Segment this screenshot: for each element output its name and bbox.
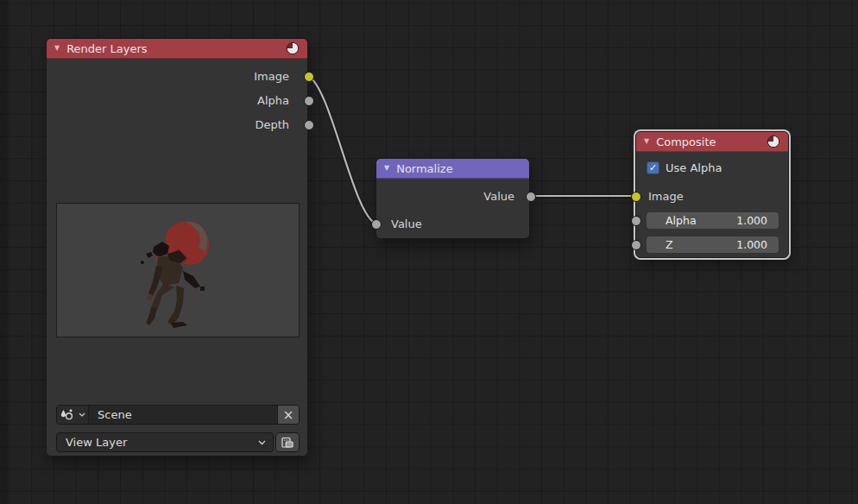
- chevron-down-icon: [79, 413, 85, 417]
- view-layer-value: View Layer: [66, 436, 127, 449]
- render-layer-button[interactable]: [275, 432, 300, 452]
- output-label-image: Image: [254, 65, 289, 89]
- collapse-triangle-icon[interactable]: ▼: [384, 165, 389, 172]
- use-alpha-checkbox[interactable]: ✓: [647, 161, 659, 174]
- render-layer-icon: [281, 436, 294, 450]
- composite-node[interactable]: ▼ Composite ✓ Use Alpha Image Alpha 1.00…: [635, 131, 789, 258]
- collapse-triangle-icon[interactable]: ▼: [644, 138, 649, 145]
- material-sphere-icon: [286, 41, 300, 55]
- wire-image-to-normalize: [308, 76, 375, 224]
- render-preview-image: [56, 203, 300, 337]
- socket-output-depth[interactable]: [304, 120, 314, 130]
- normalize-node[interactable]: ▼ Normalize Value Value: [375, 158, 530, 239]
- view-layer-row: View Layer: [56, 432, 300, 452]
- node-editor-canvas[interactable]: ▼ Render Layers Image Alpha Depth: [0, 0, 858, 504]
- close-icon: ×: [283, 407, 294, 423]
- use-alpha-row: ✓ Use Alpha: [647, 159, 722, 176]
- field-value: 1.000: [736, 238, 767, 251]
- socket-output-alpha[interactable]: [304, 96, 314, 106]
- z-value-field[interactable]: Z 1.000: [647, 236, 779, 253]
- output-label-value: Value: [483, 189, 514, 205]
- output-label-depth: Depth: [255, 113, 289, 137]
- check-icon: ✓: [649, 163, 657, 173]
- preview-character-art: [57, 204, 299, 337]
- scene-clear-button[interactable]: ×: [277, 406, 299, 424]
- collapse-triangle-icon[interactable]: ▼: [54, 45, 60, 52]
- node-title: Normalize: [396, 162, 452, 175]
- socket-input-z[interactable]: [631, 240, 641, 250]
- use-alpha-label: Use Alpha: [666, 161, 722, 174]
- scene-datablock-icon: [60, 408, 76, 421]
- node-title: Render Layers: [66, 42, 147, 55]
- material-sphere-icon: [767, 135, 780, 148]
- field-label: Alpha: [666, 214, 697, 227]
- input-label-image: Image: [648, 189, 684, 205]
- field-label: Z: [666, 238, 673, 251]
- chevron-down-icon: [258, 440, 266, 445]
- scene-name-field[interactable]: Scene: [89, 406, 277, 424]
- input-label-value: Value: [391, 217, 422, 232]
- render-layers-header[interactable]: ▼ Render Layers: [47, 39, 307, 59]
- socket-output-value[interactable]: [526, 192, 536, 202]
- output-label-alpha: Alpha: [257, 89, 289, 113]
- alpha-value-field[interactable]: Alpha 1.000: [647, 212, 779, 229]
- scene-browse-button[interactable]: [57, 406, 89, 424]
- view-layer-dropdown[interactable]: View Layer: [56, 432, 274, 452]
- socket-input-image[interactable]: [631, 192, 641, 202]
- socket-input-value[interactable]: [371, 219, 382, 230]
- field-value: 1.000: [736, 214, 767, 227]
- scene-selector[interactable]: Scene ×: [56, 405, 300, 425]
- render-layers-node[interactable]: ▼ Render Layers Image Alpha Depth: [46, 38, 308, 457]
- node-title: Composite: [656, 135, 716, 148]
- socket-input-alpha[interactable]: [631, 216, 641, 226]
- composite-header[interactable]: ▼ Composite: [636, 132, 788, 152]
- normalize-header[interactable]: ▼ Normalize: [376, 159, 529, 179]
- socket-output-image[interactable]: [304, 72, 314, 82]
